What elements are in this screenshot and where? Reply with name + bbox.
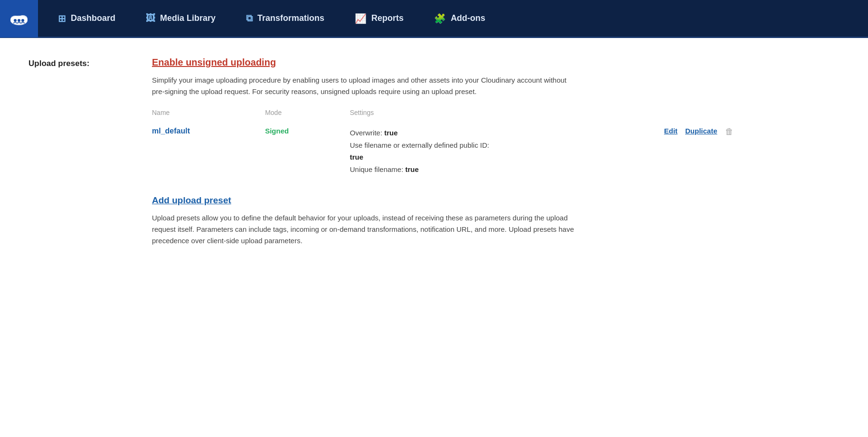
svg-point-3 [14,19,17,22]
actions-cell: Edit Duplicate 🗑 [664,121,840,181]
col-name: Name [152,109,265,121]
nav-media-library[interactable]: 🖼 Media Library [131,0,231,37]
logo[interactable] [0,0,38,38]
preset-table: Name Mode Settings ml_default Signed [152,109,840,181]
svg-point-5 [21,19,24,22]
enable-unsigned-description: Simplify your image uploading procedure … [152,75,579,97]
section-label: Upload presets: [28,57,133,258]
preset-name[interactable]: ml_default [152,127,190,135]
transform-icon: ⧉ [246,13,253,24]
main-content: Upload presets: Enable unsigned uploadin… [0,38,868,437]
nav-items: ⊞ Dashboard 🖼 Media Library ⧉ Transforma… [43,0,500,37]
edit-link[interactable]: Edit [664,127,677,135]
chart-icon: 📈 [355,13,367,24]
preset-mode: Signed [265,127,289,135]
enable-unsigned-link[interactable]: Enable unsigned uploading [152,57,276,68]
settings-text: Overwrite: true Use filename or external… [350,127,645,175]
navbar: ⊞ Dashboard 🖼 Media Library ⧉ Transforma… [0,0,868,38]
puzzle-icon: 🧩 [434,13,446,24]
section-content: Enable unsigned uploading Simplify your … [152,57,840,258]
nav-transformations[interactable]: ⧉ Transformations [231,0,340,37]
col-settings: Settings [350,109,664,121]
col-actions [664,109,840,121]
nav-reports[interactable]: 📈 Reports [340,0,419,37]
grid-icon: ⊞ [58,13,66,24]
duplicate-link[interactable]: Duplicate [685,127,717,135]
nav-addons[interactable]: 🧩 Add-ons [419,0,500,37]
table-row: ml_default Signed Overwrite: true Use fi… [152,121,840,181]
delete-icon[interactable]: 🗑 [725,127,734,136]
col-mode: Mode [265,109,350,121]
svg-point-4 [18,19,20,22]
add-preset-link[interactable]: Add upload preset [152,195,231,206]
upload-presets-section: Upload presets: Enable unsigned uploadin… [28,57,840,258]
add-preset-description: Upload presets allow you to define the d… [152,212,579,247]
image-icon: 🖼 [146,13,155,24]
nav-dashboard[interactable]: ⊞ Dashboard [43,0,131,37]
